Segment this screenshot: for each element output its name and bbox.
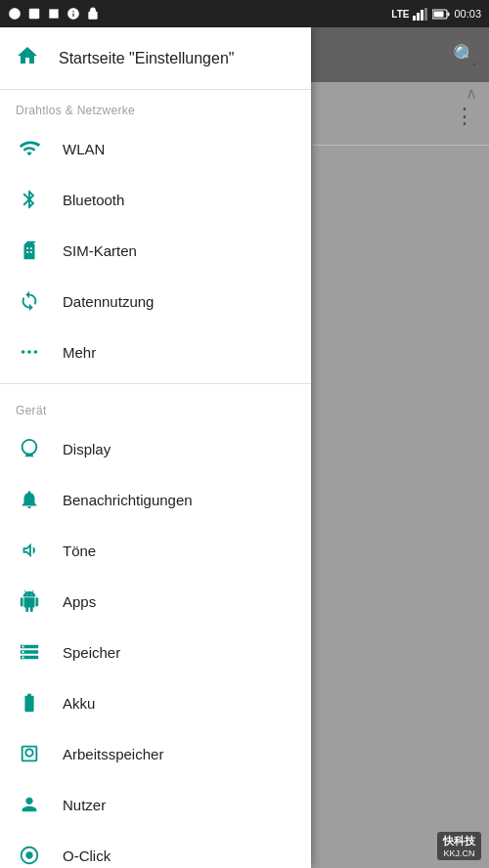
menu-item-wlan[interactable]: WLAN [0,123,311,174]
users-label: Nutzer [63,797,106,813]
oclick-label: O-Click [63,847,111,864]
android-icon [16,590,43,612]
menu-item-storage[interactable]: Speicher [0,627,311,677]
notif-icon-1 [8,7,22,21]
svg-point-10 [34,350,38,354]
home-icon [16,44,39,73]
menu-item-data[interactable]: Datennutzung [0,276,311,326]
apps-label: Apps [63,593,96,610]
lte-label: LTE [391,9,409,20]
section-divider-1 [0,383,311,384]
display-label: Display [63,441,111,457]
status-bar-right: LTE 00:03 [391,8,481,21]
storage-label: Speicher [63,644,120,661]
menu-item-battery[interactable]: Akku [0,677,311,728]
section-label-network: Drahtlos & Netzwerke [0,90,311,123]
oclick-icon [16,845,43,866]
svg-rect-6 [448,12,450,16]
sim-icon [16,239,43,261]
memory-label: Arbeitsspeicher [63,746,163,762]
more-options-icon[interactable]: ⋮ [454,106,475,127]
watermark: 快科技 KKJ.CN [437,832,481,860]
search-icon[interactable]: 🔍 [453,43,477,66]
battery-icon [16,692,43,714]
section-label-device: Gerät [0,390,311,423]
status-bar: LTE 00:03 [0,0,489,27]
display-icon [16,438,43,459]
drawer-header[interactable]: Startseite "Einstellungen" [0,27,311,90]
svg-rect-1 [413,16,416,21]
notifications-label: Benachrichtigungen [63,492,193,508]
menu-item-notifications[interactable]: Benachrichtigungen [0,474,311,525]
data-icon [16,290,43,312]
battery-status-icon [432,9,450,20]
svg-point-8 [22,350,25,354]
bg-divider [313,145,489,146]
notif-icon-3 [47,7,61,21]
menu-item-oclick[interactable]: O-Click [0,830,311,868]
menu-item-sim[interactable]: SIM-Karten [0,225,311,276]
bluetooth-icon [16,189,43,210]
svg-rect-3 [421,10,423,21]
menu-item-more[interactable]: Mehr [0,326,311,377]
watermark-line2: KKJ.CN [443,848,475,858]
collapse-chevron[interactable]: ∧ [466,84,477,103]
sounds-label: Töne [63,542,96,559]
drawer-header-title: Startseite "Einstellungen" [59,50,234,67]
svg-rect-0 [29,9,40,20]
time-display: 00:03 [454,8,481,20]
status-bar-left [8,7,100,21]
notif-icon-5 [86,7,100,21]
menu-item-display[interactable]: Display [0,423,311,474]
menu-item-memory[interactable]: Arbeitsspeicher [0,728,311,779]
watermark-line1: 快科技 [443,834,475,848]
wlan-label: WLAN [63,141,105,157]
storage-icon [16,641,43,663]
memory-icon [16,743,43,764]
user-icon [16,794,43,815]
menu-item-users[interactable]: Nutzer [0,779,311,830]
more-label: Mehr [63,344,96,361]
svg-rect-4 [424,8,427,21]
signal-icon [413,8,428,21]
sound-icon [16,540,43,561]
svg-rect-2 [417,13,420,21]
bell-icon [16,489,43,510]
notif-icon-2 [27,7,41,21]
svg-rect-7 [434,11,444,17]
battery-label: Akku [63,695,95,712]
bluetooth-label: Bluetooth [63,192,124,208]
settings-drawer: Startseite "Einstellungen" Drahtlos & Ne… [0,27,311,868]
wlan-icon [16,138,43,159]
menu-item-bluetooth[interactable]: Bluetooth [0,174,311,225]
svg-point-9 [27,350,31,354]
menu-item-sounds[interactable]: Töne [0,525,311,576]
menu-item-apps[interactable]: Apps [0,576,311,627]
notif-icon-4 [67,7,80,21]
sim-label: SIM-Karten [63,242,137,259]
more-icon [16,341,43,363]
data-label: Datennutzung [63,293,154,310]
